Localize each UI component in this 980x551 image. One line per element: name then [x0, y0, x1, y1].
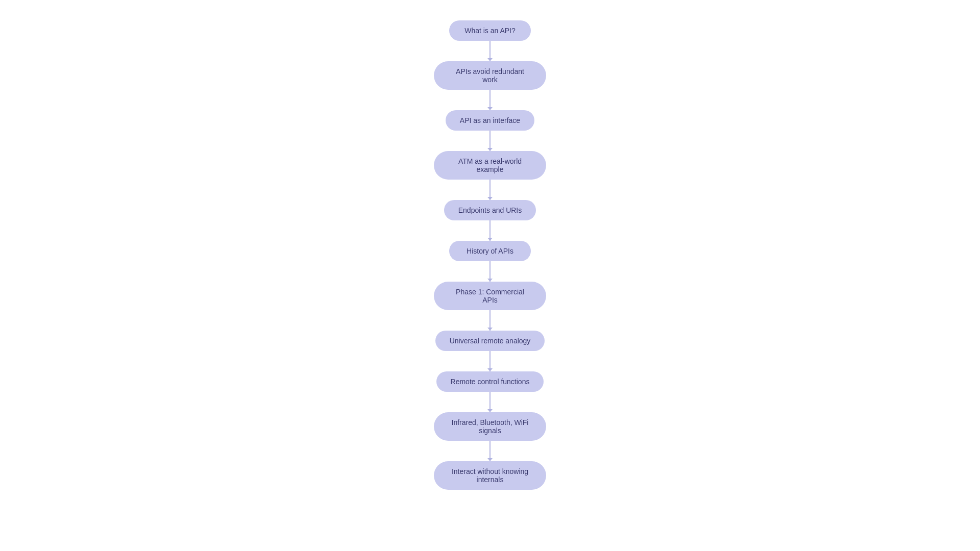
- node-infrared-bluetooth[interactable]: Infrared, Bluetooth, WiFi signals: [434, 412, 546, 441]
- connector-4: [489, 220, 491, 241]
- node-endpoints-uris[interactable]: Endpoints and URIs: [444, 200, 536, 220]
- connector-1: [489, 90, 491, 110]
- connector-3: [489, 180, 491, 200]
- connector-6: [489, 310, 491, 331]
- node-phase-commercial[interactable]: Phase 1: Commercial APIs: [434, 282, 546, 310]
- connector-0: [489, 41, 491, 61]
- node-api-as-interface[interactable]: API as an interface: [446, 110, 534, 131]
- node-history-apis[interactable]: History of APIs: [449, 241, 531, 261]
- node-what-is-api[interactable]: What is an API?: [449, 20, 531, 41]
- connector-9: [489, 441, 491, 461]
- connector-8: [489, 392, 491, 412]
- node-avoid-redundant-work[interactable]: APIs avoid redundant work: [434, 61, 546, 90]
- node-atm-example[interactable]: ATM as a real-world example: [434, 151, 546, 180]
- node-interact-without-knowing[interactable]: Interact without knowing internals: [434, 461, 546, 490]
- flowchart-container: What is an API?APIs avoid redundant work…: [388, 5, 592, 515]
- connector-7: [489, 351, 491, 371]
- connector-5: [489, 261, 491, 282]
- connector-2: [489, 131, 491, 151]
- node-remote-control-functions[interactable]: Remote control functions: [436, 371, 544, 392]
- node-universal-remote[interactable]: Universal remote analogy: [435, 331, 545, 351]
